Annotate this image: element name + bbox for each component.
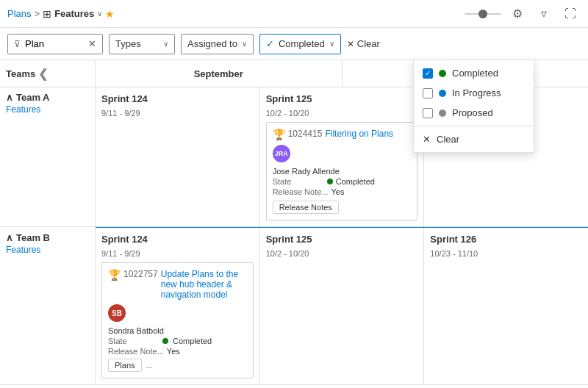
more-tags-button[interactable]: ... [146,361,153,370]
team-b-name: ∧ Team B [6,232,89,243]
card-b-type-icon: 🏆 [108,269,121,281]
sprint-126-b-dates: 10/23 - 11/10 [430,249,582,258]
sprint-124-b-name: Sprint 124 [101,234,254,245]
breadcrumb-sep: > [35,8,40,19]
assignee-name: Jose Rady Allende [273,167,340,176]
teams-column-header: Teams ❮ [0,60,96,87]
clear-x-icon: ✕ [347,39,354,49]
dropdown-clear-label: Clear [437,134,459,145]
completed-checkbox[interactable] [423,68,433,79]
star-icon[interactable]: ★ [105,8,115,20]
card-title-row: 🏆 1024415 Filtering on Plans [273,129,412,140]
filter-icon-button[interactable]: ▿ [534,4,554,24]
september-label: September [194,68,243,79]
team-a-name: ∧ Team A [6,92,89,103]
state-b-value: Completed [173,337,212,345]
state-value: Completed [336,177,375,186]
team-b-sprint-126: Sprint 126 10/23 - 11/10 [424,228,588,384]
card-b-title-row: 🏆 1022757 Update Plans to the new hub he… [108,269,247,300]
completed-dropdown-popup: Completed In Progress Proposed ✕ Clear [413,60,534,153]
sprint-124-b-dates: 9/11 - 9/29 [101,249,254,258]
card-avatar-a: JRA [273,145,290,162]
completed-label: Completed [279,38,325,49]
types-filter[interactable]: Types ∨ [109,34,175,54]
plan-filter[interactable]: ⊽ ✕ [7,34,103,54]
sprint-125-a-name: Sprint 125 [266,93,418,104]
card-type-icon: 🏆 [273,129,285,140]
release-label: Release Note... [273,187,329,196]
dropdown-clear-button[interactable]: ✕ Clear [414,129,534,149]
team-row-b: ∧ Team B Features Sprint 124 9/11 - 9/29… [0,228,588,385]
chevron-down-icon[interactable]: ∨ [97,10,102,18]
inprogress-item-label: In Progress [452,87,501,98]
card-b-assignee-field: Sondra Batbold [108,326,247,335]
sprint-124-a-name: Sprint 124 [101,93,254,104]
release-b-value: Yes [167,347,180,356]
top-bar: Plans > ⊞ Features ∨ ★ ⚙ ▿ ⛶ [0,0,588,28]
state-b-dot [162,338,168,344]
inprogress-checkbox[interactable] [423,88,433,98]
team-b-link[interactable]: Features [6,245,89,255]
team-a-cell: ∧ Team A Features [0,87,96,226]
dropdown-inprogress-item[interactable]: In Progress [414,83,534,103]
plan-filter-clear[interactable]: ✕ [88,38,96,49]
top-bar-actions: ⚙ ▿ ⛶ [465,4,581,24]
dropdown-clear-x-icon: ✕ [423,134,431,145]
dropdown-completed-item[interactable]: Completed [414,63,534,83]
funnel-icon: ⊽ [14,39,21,49]
proposed-checkbox[interactable] [423,108,433,118]
assigned-chevron-icon: ∨ [242,40,247,48]
breadcrumb-plans[interactable]: Plans [7,8,32,19]
card-b-title-link[interactable]: Update Plans to the new hub header & nav… [161,269,247,300]
team-a-sprint-125: Sprint 125 10/2 - 10/20 🏆 1024415 Filter… [260,87,425,226]
card-release-field: Release Note... Yes [273,187,412,196]
proposed-dot [439,109,446,117]
card-b-release-field: Release Note... Yes [108,347,247,356]
team-b-label: Team B [16,232,50,243]
clear-label: Clear [357,38,380,49]
sprint-125-b-name: Sprint 125 [266,234,418,245]
sprint-125-a-dates: 10/2 - 10/20 [266,109,418,118]
card-state-field: State Completed [273,177,412,186]
inprogress-dot [439,90,446,97]
breadcrumb: Plans > ⊞ Features ∨ ★ [7,8,115,20]
card-b-id: 1022757 [123,269,158,279]
filter-bar: ⊽ ✕ Types ∨ Assigned to ∨ ✓ Completed ∨ … [0,28,588,60]
card-1024415: 🏆 1024415 Filtering on Plans JRA Jose Ra… [266,122,418,220]
expand-button[interactable]: ⛶ [560,4,581,24]
clear-all-button[interactable]: ✕ Clear [347,38,380,49]
zoom-slider[interactable] [465,13,501,15]
proposed-item-label: Proposed [452,107,493,118]
settings-button[interactable]: ⚙ [507,4,528,24]
avatar-image-a: JRA [273,145,290,162]
slider-thumb [478,10,487,18]
completed-filter[interactable]: ✓ Completed ∨ [259,34,341,54]
card-b-state-field: State Completed [108,337,247,345]
teams-label: Teams [6,68,35,79]
sprint-126-b-name: Sprint 126 [430,234,582,245]
team-b-cell: ∧ Team B Features [0,228,96,384]
team-b-sprint-125: Sprint 125 10/2 - 10/20 [260,228,425,384]
assigned-to-filter[interactable]: Assigned to ∨ [181,34,254,54]
dropdown-proposed-item[interactable]: Proposed [414,103,534,123]
card-title-link[interactable]: Filtering on Plans [325,129,393,139]
completed-dot [439,70,446,77]
plan-filter-input[interactable] [25,38,84,49]
assigned-to-label: Assigned to [187,38,237,49]
release-value: Yes [331,187,345,196]
completed-item-label: Completed [452,68,498,79]
dropdown-divider [414,126,534,126]
release-notes-button[interactable]: Release Notes [273,201,339,214]
team-a-link[interactable]: Features [6,104,89,115]
completed-chevron-icon: ∨ [329,40,334,48]
types-label: Types [115,38,141,49]
state-dot [327,179,333,184]
slider-track [465,13,501,15]
breadcrumb-features[interactable]: Features [54,8,94,19]
collapse-bar-icon[interactable]: ❮ [38,67,48,81]
team-a-collapse-icon[interactable]: ∧ [6,92,13,103]
team-b-collapse-icon[interactable]: ∧ [6,232,13,243]
card-actions: Release Notes [273,198,412,214]
plans-tag-button[interactable]: Plans [108,359,142,372]
feature-icon: ⊞ [43,8,51,20]
